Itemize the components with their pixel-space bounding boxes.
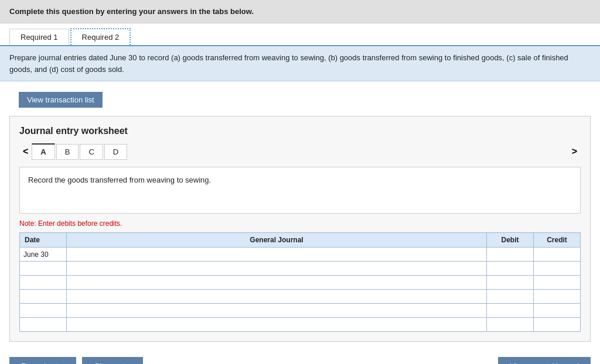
instructions-text: Prepare journal entries dated June 30 to… bbox=[9, 53, 568, 74]
record-entry-button[interactable]: Record entry bbox=[9, 357, 76, 364]
journal-cell-2[interactable] bbox=[67, 276, 487, 290]
bottom-buttons: Record entry Clear entry View general jo… bbox=[0, 351, 600, 364]
view-general-journal-button[interactable]: View general journal bbox=[498, 357, 591, 364]
debit-cell-1[interactable] bbox=[487, 262, 534, 276]
clear-entry-button[interactable]: Clear entry bbox=[82, 357, 143, 364]
debit-cell-5[interactable] bbox=[487, 318, 534, 332]
credit-cell-1[interactable] bbox=[534, 262, 581, 276]
entry-tabs-row: < A B C D > bbox=[19, 143, 581, 160]
col-header-journal: General Journal bbox=[67, 233, 487, 248]
credit-input-5[interactable] bbox=[534, 318, 580, 331]
debit-input-2[interactable] bbox=[487, 276, 533, 289]
debit-input-3[interactable] bbox=[487, 290, 533, 303]
journal-cell-5[interactable] bbox=[67, 318, 487, 332]
entry-tab-a[interactable]: A bbox=[32, 143, 54, 160]
credit-cell-2[interactable] bbox=[534, 276, 581, 290]
journal-input-2[interactable] bbox=[67, 276, 486, 289]
table-row bbox=[20, 290, 581, 304]
journal-cell-4[interactable] bbox=[67, 304, 487, 318]
journal-cell-0[interactable] bbox=[67, 248, 487, 262]
table-row bbox=[20, 304, 581, 318]
date-cell-5 bbox=[20, 318, 67, 332]
debit-cell-3[interactable] bbox=[487, 290, 534, 304]
debit-input-0[interactable] bbox=[487, 248, 533, 261]
credit-input-1[interactable] bbox=[534, 262, 580, 275]
debit-cell-4[interactable] bbox=[487, 304, 534, 318]
table-row: June 30 bbox=[20, 248, 581, 262]
date-cell-2 bbox=[20, 276, 67, 290]
credit-cell-3[interactable] bbox=[534, 290, 581, 304]
debit-cell-2[interactable] bbox=[487, 276, 534, 290]
col-header-credit: Credit bbox=[534, 233, 581, 248]
instruction-text: Complete this question by entering your … bbox=[9, 7, 254, 16]
debit-input-1[interactable] bbox=[487, 262, 533, 275]
worksheet-container: Journal entry worksheet < A B C D > Reco… bbox=[9, 116, 591, 342]
journal-input-3[interactable] bbox=[67, 290, 486, 303]
journal-input-5[interactable] bbox=[67, 318, 486, 331]
note-text: Note: Enter debits before credits. bbox=[19, 219, 581, 228]
credit-input-2[interactable] bbox=[534, 276, 580, 289]
journal-cell-3[interactable] bbox=[67, 290, 487, 304]
prev-arrow[interactable]: < bbox=[19, 145, 32, 158]
credit-input-0[interactable] bbox=[534, 248, 580, 261]
credit-input-3[interactable] bbox=[534, 290, 580, 303]
entry-description-box: Record the goods transferred from weavin… bbox=[19, 167, 581, 214]
debit-input-4[interactable] bbox=[487, 304, 533, 317]
worksheet-title: Journal entry worksheet bbox=[19, 126, 581, 136]
journal-input-1[interactable] bbox=[67, 262, 486, 275]
table-row bbox=[20, 262, 581, 276]
date-cell-3 bbox=[20, 290, 67, 304]
required-tabs-row: Required 1 Required 2 bbox=[0, 23, 600, 46]
journal-input-0[interactable] bbox=[67, 248, 486, 261]
credit-cell-4[interactable] bbox=[534, 304, 581, 318]
date-cell-1 bbox=[20, 262, 67, 276]
view-transaction-button[interactable]: View transaction list bbox=[19, 92, 103, 108]
tab-required1[interactable]: Required 1 bbox=[9, 29, 69, 45]
table-row bbox=[20, 276, 581, 290]
tab-required2[interactable]: Required 2 bbox=[70, 28, 131, 45]
journal-input-4[interactable] bbox=[67, 304, 486, 317]
col-header-debit: Debit bbox=[487, 233, 534, 248]
entry-description-text: Record the goods transferred from weavin… bbox=[28, 176, 211, 184]
credit-cell-5[interactable] bbox=[534, 318, 581, 332]
col-header-date: Date bbox=[20, 233, 67, 248]
credit-cell-0[interactable] bbox=[534, 248, 581, 262]
journal-table: Date General Journal Debit Credit June 3… bbox=[19, 232, 581, 332]
date-cell-4 bbox=[20, 304, 67, 318]
entry-tab-d[interactable]: D bbox=[104, 144, 127, 160]
date-cell-0: June 30 bbox=[20, 248, 67, 262]
credit-input-4[interactable] bbox=[534, 304, 580, 317]
entry-tab-b[interactable]: B bbox=[56, 144, 79, 160]
instructions-bar: Prepare journal entries dated June 30 to… bbox=[0, 46, 600, 81]
next-arrow[interactable]: > bbox=[568, 145, 581, 158]
debit-cell-0[interactable] bbox=[487, 248, 534, 262]
table-row bbox=[20, 318, 581, 332]
debit-input-5[interactable] bbox=[487, 318, 533, 331]
top-instruction: Complete this question by entering your … bbox=[0, 0, 600, 23]
journal-cell-1[interactable] bbox=[67, 262, 487, 276]
entry-tab-c[interactable]: C bbox=[80, 144, 103, 160]
